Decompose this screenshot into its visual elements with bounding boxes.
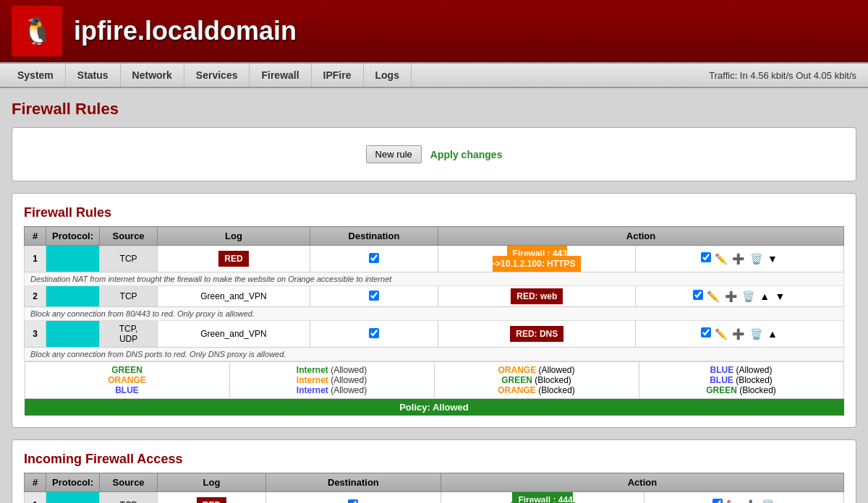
row-indicator [46,246,100,272]
row-protocol: TCP [100,246,158,272]
delete-button[interactable]: 🗑️ [749,327,764,341]
nav-logs[interactable]: Logs [364,64,412,87]
row-actions: ✏️ ➕ 🗑️ ▲ [636,321,844,348]
table-row-desc: Block any connection from 80/443 to red.… [25,307,844,321]
col-protocol: Protocol: [46,227,100,246]
policy-green: GREEN [111,365,142,375]
site-title: ipfire.localdomain [74,16,297,46]
row-indicator [46,286,100,307]
row-log [265,492,441,504]
table-row: 1 TCP RED Firewall : 443->10.1.2.100: HT… [25,246,844,272]
incoming-table: # Protocol: Source Log Destination Actio… [24,473,844,503]
row-num: 1 [25,246,46,272]
firewall-rules-table: # Protocol: Source Log Destination Actio… [24,226,844,416]
policy-row: GREEN ORANGE BLUE Internet (Allowed) Int… [25,361,844,400]
firewall-rules-title: Firewall Rules [24,205,844,220]
table-row: 2 TCP Green_and_VPN RED: web ✏️ ➕ 🗑️ ▲ ▼ [25,286,844,307]
action-enable[interactable] [701,327,711,338]
table-row: 1 TCP RED Firewall : 444->GREEN: 444 ✏️ … [25,492,844,504]
policy-orange: ORANGE [108,375,146,385]
down-button[interactable]: ▼ [774,289,787,304]
nav-ipfire[interactable]: IPFire [312,64,364,87]
delete-button[interactable]: 🗑️ [749,252,764,266]
nav-firewall[interactable]: Firewall [250,64,311,87]
row-num: 1 [25,492,46,504]
edit-button[interactable]: ✏️ [713,327,728,341]
table-row-desc: Block any connection from DNS ports to r… [25,348,844,361]
firewall-rules-card: Firewall Rules # Protocol: Source Log De… [12,193,856,428]
page-title: Firewall Rules [12,100,856,119]
inc-col-dest: Destination [265,473,441,492]
row-num: 2 [25,286,46,307]
incoming-card: Incoming Firewall Access # Protocol: Sou… [12,439,856,503]
row-num: 3 [25,321,46,348]
row-description: Block any connection from 80/443 to red.… [25,307,844,321]
policy-col2: Internet (Allowed) Internet (Allowed) In… [230,362,435,398]
row-actions: ✏️ ➕ 🗑️ [644,492,844,504]
row-source: RED [158,492,266,504]
add-button[interactable]: ➕ [723,289,739,304]
col-dest: Destination [310,227,438,246]
add-button[interactable]: ➕ [743,498,758,503]
row-indicator [46,321,100,348]
row-source: Green_and_VPN [158,321,310,348]
col-log: Log [158,227,310,246]
row-protocol: TCP [100,286,158,307]
inc-col-log: Log [158,473,266,492]
add-button[interactable]: ➕ [731,252,746,266]
row-dest: RED: DNS [438,321,636,348]
traffic-info: Traffic: In 4.56 kbit/s Out 4.05 kbit/s [703,64,862,87]
inc-col-protocol: Protocol: [46,473,100,492]
inc-col-action: Action [441,473,843,492]
table-row: 3 TCP,UDP Green_and_VPN RED: DNS ✏️ ➕ 🗑️… [25,321,844,348]
row-log [310,286,438,307]
policy-bar-row: Policy: Allowed [25,399,844,416]
nav-status[interactable]: Status [66,64,121,87]
nav-services[interactable]: Services [184,64,250,87]
nav-system[interactable]: System [6,64,66,87]
apply-changes-button[interactable]: Apply changes [430,149,503,160]
edit-button[interactable]: ✏️ [713,252,728,266]
row-log [310,246,438,272]
add-button[interactable]: ➕ [731,327,746,341]
delete-button[interactable]: 🗑️ [741,289,756,304]
row-actions: ✏️ ➕ 🗑️ ▼ [636,246,844,272]
policy-bar: Policy: Allowed [25,399,844,416]
edit-button[interactable]: ✏️ [705,289,720,304]
logo: 🐧 [12,6,62,56]
row-source: Green_and_VPN [158,286,310,307]
nav-items: System Status Network Services Firewall … [6,64,412,87]
inc-col-num: # [25,473,46,492]
col-action: Action [438,227,844,246]
up-button[interactable]: ▲ [758,289,771,304]
row-source: RED [158,246,310,272]
nav-network[interactable]: Network [121,64,184,87]
row-dest: Firewall : 444->GREEN: 444 [441,492,644,504]
new-rule-button[interactable]: New rule [366,145,422,163]
navbar: System Status Network Services Firewall … [0,62,868,88]
incoming-title: Incoming Firewall Access [24,452,844,467]
row-dest: RED: web [438,286,636,307]
down-button[interactable]: ▼ [766,252,779,266]
action-enable[interactable] [712,499,723,503]
row-dest: Firewall : 443->10.1.2.100: HTTPS [438,246,636,272]
row-actions: ✏️ ➕ 🗑️ ▲ ▼ [636,286,844,307]
col-num: # [25,227,46,246]
inc-col-source: Source [100,473,158,492]
row-description: Destination NAT from internet trought th… [25,272,844,286]
action-enable[interactable] [693,290,703,300]
row-log [310,321,438,348]
action-enable[interactable] [701,252,711,262]
row-indicator [46,492,100,504]
edit-button[interactable]: ✏️ [725,498,740,503]
row-description: Block any connection from DNS ports to r… [25,348,844,361]
row-protocol: TCP,UDP [100,321,158,348]
up-button[interactable]: ▲ [766,327,779,341]
policy-blue: BLUE [115,385,139,395]
policy-col4: BLUE (Allowed) BLUE (Blocked) GREEN (Blo… [639,362,843,398]
toolbar: New rule Apply changes [24,139,844,169]
delete-button[interactable]: 🗑️ [760,498,775,503]
toolbar-card: New rule Apply changes [12,127,856,181]
col-source: Source [100,227,158,246]
main-content: Firewall Rules New rule Apply changes Fi… [0,88,868,503]
